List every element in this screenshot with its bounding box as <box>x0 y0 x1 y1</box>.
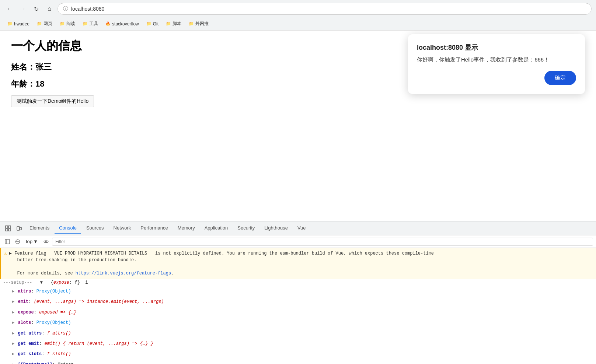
folder-icon-7: 📁 <box>189 21 194 26</box>
expand-slots-arrow[interactable]: ▶ <box>12 320 14 325</box>
eye-button[interactable] <box>42 237 50 246</box>
bookmark-git[interactable]: 📁 Git <box>143 20 161 28</box>
tab-memory[interactable]: Memory <box>173 223 199 234</box>
tab-console[interactable]: Console <box>55 223 81 234</box>
tab-performance[interactable]: Performance <box>136 223 172 234</box>
back-button[interactable]: ← <box>4 4 15 14</box>
bookmark-external[interactable]: 📁 外网推 <box>186 20 212 28</box>
alert-message: 你好啊，你触发了Hello事件，我收到了参数是：666！ <box>417 56 576 63</box>
object-get-slots: ▶ get slots: f slots() <box>0 349 596 359</box>
tab-vue[interactable]: Vue <box>293 223 310 234</box>
warning-icon: ⚠ <box>4 251 7 256</box>
console-toolbar: top ▼ <box>0 235 596 248</box>
folder-icon-5: 📁 <box>146 21 151 26</box>
emit-value: (event, ...args) => instance.emit(event,… <box>34 299 164 304</box>
expand-arrow[interactable]: ▶ <box>9 251 12 256</box>
reload-button[interactable]: ↻ <box>31 4 41 14</box>
get-slots-key: get slots <box>18 351 42 357</box>
svg-rect-3 <box>8 229 11 231</box>
page-content: 一个人的信息 姓名：张三 年龄：18 测试触发一下Demo组件的Hello lo… <box>0 31 596 221</box>
expose-prop-key: expose <box>18 310 34 315</box>
element-picker-button[interactable] <box>3 223 13 234</box>
info-circle-icon: i <box>85 280 88 285</box>
bookmark-script[interactable]: 📁 脚本 <box>163 20 184 28</box>
attrs-key: attrs <box>18 289 31 294</box>
setup-line: ---setup--- ▼ {expose: f} i <box>0 279 596 286</box>
alert-ok-button[interactable]: 确定 <box>544 71 576 85</box>
tab-lighthouse[interactable]: Lighthouse <box>260 223 292 234</box>
get-attrs-value: f attrs() <box>47 331 71 336</box>
svg-rect-4 <box>17 227 20 230</box>
tab-application[interactable]: Application <box>200 223 233 234</box>
object-expose: ▶ expose: exposed => {…} <box>0 307 596 318</box>
expand-attrs-arrow[interactable]: ▶ <box>12 289 14 294</box>
vue-feature-flags-link[interactable]: https://link.vuejs.org/feature-flags <box>76 271 171 276</box>
get-emit-key: get emit <box>18 341 39 346</box>
expand-prototype-arrow[interactable]: ▶ <box>12 362 14 364</box>
tab-security[interactable]: Security <box>233 223 259 234</box>
bookmark-reading[interactable]: 📁 阅读 <box>57 20 78 28</box>
expand-emit-arrow[interactable]: ▶ <box>12 299 14 304</box>
security-icon: ⓘ <box>63 6 68 12</box>
folder-icon-6: 📁 <box>166 21 171 26</box>
device-toolbar-button[interactable] <box>14 223 24 234</box>
expand-get-attrs-arrow[interactable]: ▶ <box>12 331 14 336</box>
object-slots: ▶ slots: Proxy(Object) <box>0 318 596 328</box>
sidebar-toggle-button[interactable] <box>3 237 12 246</box>
emit-key: emit <box>18 299 28 304</box>
address-bar[interactable]: ⓘ localhost:8080 <box>57 3 592 15</box>
svg-rect-2 <box>6 229 8 231</box>
tab-elements[interactable]: Elements <box>25 223 54 234</box>
get-emit-value: emit() { return (event, ...args) => {…} … <box>44 341 153 346</box>
expand-get-slots-arrow[interactable]: ▶ <box>12 351 14 357</box>
test-hello-button[interactable]: 测试触发一下Demo组件的Hello <box>11 95 94 107</box>
expand-expose-arrow[interactable]: ▶ <box>12 310 14 315</box>
object-get-attrs: ▶ get attrs: f attrs() <box>0 328 596 339</box>
fire-icon: 🔥 <box>105 21 111 26</box>
tab-network[interactable]: Network <box>109 223 136 234</box>
bookmarks-bar: 📁 hwadee 📁 网页 📁 阅读 📁 工具 🔥 stackoverflow … <box>0 18 596 30</box>
attrs-value: Proxy(Object) <box>36 289 71 294</box>
home-button[interactable]: ⌂ <box>44 4 55 14</box>
setup-label: ---setup--- <box>3 280 32 285</box>
expand-get-emit-arrow[interactable]: ▶ <box>12 341 14 346</box>
context-label: top <box>26 239 32 244</box>
svg-point-10 <box>45 241 47 242</box>
slots-value: Proxy(Object) <box>36 320 71 325</box>
forward-button[interactable]: → <box>18 4 28 14</box>
chevron-down-icon: ▼ <box>33 239 38 244</box>
bookmark-hwadee[interactable]: 📁 hwadee <box>4 20 32 28</box>
folder-icon: 📁 <box>7 21 13 26</box>
devtools-tabs: Elements Console Sources Network Perform… <box>0 221 596 235</box>
address-text: localhost:8080 <box>71 6 104 12</box>
context-selector[interactable]: top ▼ <box>24 238 40 245</box>
prototype-value: Object <box>57 362 73 364</box>
clear-console-button[interactable] <box>13 237 22 246</box>
folder-icon-2: 📁 <box>37 21 42 26</box>
tab-sources[interactable]: Sources <box>82 223 108 234</box>
object-attrs: ▶ attrs: Proxy(Object) <box>0 286 596 297</box>
object-get-emit: ▶ get emit: emit() { return (event, ...a… <box>0 339 596 349</box>
bookmark-stackoverflow[interactable]: 🔥 stackoverflow <box>102 20 142 28</box>
console-filter-input[interactable] <box>52 238 593 246</box>
bookmark-webpage[interactable]: 📁 网页 <box>34 20 55 28</box>
alert-title: localhost:8080 显示 <box>417 43 576 52</box>
bookmark-tools[interactable]: 📁 工具 <box>80 20 101 28</box>
slots-key: slots <box>18 320 31 325</box>
devtools-panel: Elements Console Sources Network Perform… <box>0 221 596 364</box>
warning-vue-feature-flag: ⚠ ▶ Feature flag __VUE_PROD_HYDRATION_MI… <box>0 248 596 279</box>
alert-dialog: localhost:8080 显示 你好啊，你触发了Hello事件，我收到了参数… <box>408 34 585 94</box>
get-attrs-key: get attrs <box>18 331 42 336</box>
prototype-key: [[Prototype]] <box>18 362 52 364</box>
svg-rect-0 <box>6 226 8 228</box>
browser-chrome: ← → ↻ ⌂ ⓘ localhost:8080 📁 hwadee 📁 网页 📁… <box>0 0 596 31</box>
object-prototype: ▶ [[Prototype]]: Object <box>0 360 596 364</box>
expose-key: expose <box>53 280 69 285</box>
warning-text: ▶ Feature flag __VUE_PROD_HYDRATION_MISM… <box>9 250 593 277</box>
nav-bar: ← → ↻ ⌂ ⓘ localhost:8080 <box>0 0 596 18</box>
folder-icon-4: 📁 <box>83 21 88 26</box>
folder-icon-3: 📁 <box>60 21 65 26</box>
svg-rect-6 <box>5 239 10 244</box>
svg-rect-1 <box>8 226 11 228</box>
svg-rect-5 <box>20 227 21 230</box>
